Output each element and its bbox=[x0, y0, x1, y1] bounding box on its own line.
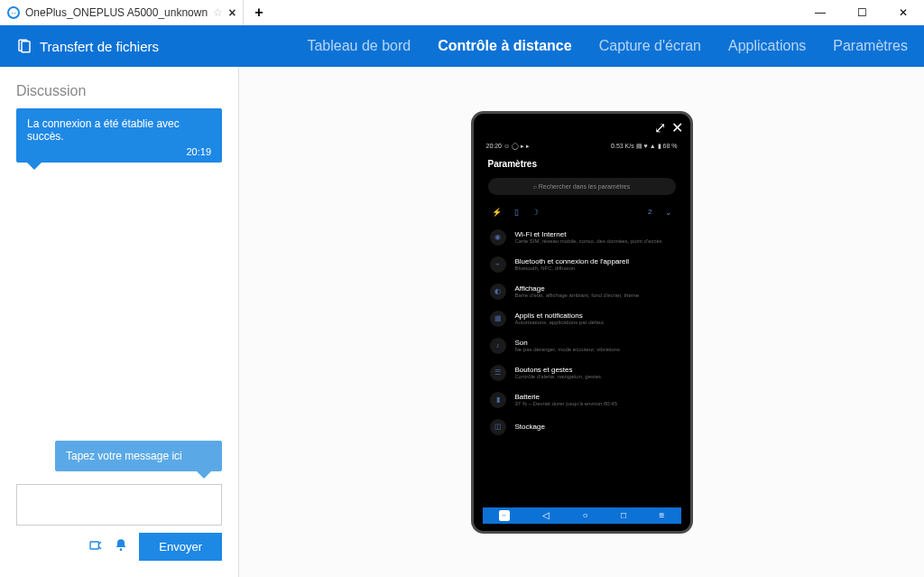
phone-page-title: Paramètres bbox=[483, 152, 681, 178]
tab-dashboard[interactable]: Tableau de bord bbox=[307, 38, 411, 54]
tab-remote-control[interactable]: Contrôle à distance bbox=[438, 38, 571, 54]
tab-settings[interactable]: Paramètres bbox=[833, 38, 908, 54]
setting-wifi[interactable]: ◉Wi-Fi et InternetCarte SIM, réseau mobi… bbox=[483, 224, 681, 251]
teamviewer-icon: ↔ bbox=[7, 6, 20, 19]
setting-buttons[interactable]: ☰Boutons et gestesContrôle d'alerte, nav… bbox=[483, 359, 681, 386]
tab-title: OnePlus_ONEPLUS A5000_unknown bbox=[25, 6, 208, 19]
tab-close-icon[interactable]: × bbox=[228, 5, 236, 20]
nav-tabs: Tableau de bord Contrôle à distance Capt… bbox=[307, 38, 908, 54]
back-icon[interactable]: ◁ bbox=[542, 510, 550, 520]
phone-overlay-controls: ⤢ ✕ bbox=[654, 119, 683, 136]
phone-screen: 20:20 ☺ ◯ ▸ ▸ 0.53 K/s ▤ ♥ ▲ ▮ 68 % Para… bbox=[483, 141, 681, 524]
apps-icon: ▦ bbox=[490, 311, 506, 327]
phone-settings-list: ◉Wi-Fi et InternetCarte SIM, réseau mobi… bbox=[483, 224, 681, 507]
battery-icon: ▮ bbox=[490, 392, 506, 408]
titlebar-left: ↔ OnePlus_ONEPLUS A5000_unknown ☆ × + bbox=[0, 0, 274, 25]
main-area: Discussion La connexion a été établie av… bbox=[0, 67, 924, 577]
setting-apps[interactable]: ▦Applis et notificationsAutorisations, a… bbox=[483, 305, 681, 332]
setting-battery[interactable]: ▮Batterie37 % – Devrait durer jusqu'à en… bbox=[483, 386, 681, 414]
chat-input[interactable] bbox=[16, 484, 222, 526]
svg-rect-1 bbox=[22, 42, 30, 52]
chat-footer: Envoyer bbox=[16, 533, 222, 561]
file-transfer-button[interactable]: Transfert de fichiers bbox=[16, 38, 159, 54]
notification-bell-icon[interactable] bbox=[114, 538, 128, 556]
new-tab-button[interactable]: + bbox=[244, 5, 273, 21]
bluetooth-icon: ⌁ bbox=[490, 256, 506, 273]
quick-icon-3[interactable]: ☽ bbox=[531, 208, 539, 217]
status-right: 0.53 K/s ▤ ♥ ▲ ▮ 68 % bbox=[611, 143, 677, 150]
phone-quick-settings: ⚡ ▯ ☽ 2 ⌄ bbox=[483, 204, 681, 224]
header-bar: Transfert de fichiers Tableau de bord Co… bbox=[0, 25, 924, 67]
setting-bluetooth[interactable]: ⌁Bluetooth et connexion de l'appareilBlu… bbox=[483, 251, 681, 278]
minimize-button[interactable]: — bbox=[799, 0, 841, 25]
setting-display[interactable]: ◐AffichageBarre d'état, affichage ambian… bbox=[483, 278, 681, 305]
chat-title: Discussion bbox=[16, 83, 222, 99]
window-controls: — ☐ ✕ bbox=[799, 0, 924, 25]
close-phone-icon[interactable]: ✕ bbox=[671, 119, 683, 136]
gestures-icon: ☰ bbox=[490, 365, 506, 381]
tab-screenshot[interactable]: Capture d'écran bbox=[599, 38, 701, 54]
browser-tab[interactable]: ↔ OnePlus_ONEPLUS A5000_unknown ☆ × bbox=[0, 0, 244, 25]
teamviewer-nav-icon[interactable]: ↔ bbox=[499, 510, 510, 521]
quick-icon-2[interactable]: ▯ bbox=[514, 208, 519, 217]
quick-icon-1[interactable]: ⚡ bbox=[492, 208, 502, 217]
chat-message-text: La connexion a été établie avec succès. bbox=[27, 117, 211, 143]
file-transfer-label: Transfert de fichiers bbox=[40, 39, 159, 54]
titlebar: ↔ OnePlus_ONEPLUS A5000_unknown ☆ × + — … bbox=[0, 0, 924, 25]
storage-icon: ◫ bbox=[490, 419, 506, 435]
svg-rect-2 bbox=[90, 542, 98, 549]
tab-applications[interactable]: Applications bbox=[728, 38, 806, 54]
send-button[interactable]: Envoyer bbox=[139, 533, 222, 561]
favorite-star-icon[interactable]: ☆ bbox=[213, 6, 223, 19]
chat-hint-bubble: Tapez votre message ici bbox=[55, 441, 222, 471]
phone-search-box[interactable]: ⌕ Rechercher dans les paramètres bbox=[488, 178, 676, 195]
maximize-button[interactable]: ☐ bbox=[841, 0, 882, 25]
status-left: 20:20 ☺ ◯ ▸ ▸ bbox=[486, 143, 530, 150]
sound-icon: ♪ bbox=[490, 338, 506, 354]
display-icon: ◐ bbox=[490, 284, 506, 300]
phone-navbar: ↔ ◁ ○ □ ≡ bbox=[483, 507, 681, 524]
chevron-down-icon[interactable]: ⌄ bbox=[665, 208, 672, 217]
close-window-button[interactable]: ✕ bbox=[882, 0, 924, 25]
file-transfer-icon bbox=[16, 38, 32, 54]
phone-statusbar: 20:20 ☺ ◯ ▸ ▸ 0.53 K/s ▤ ♥ ▲ ▮ 68 % bbox=[483, 141, 681, 152]
quick-count: 2 bbox=[648, 208, 651, 216]
attach-file-icon[interactable] bbox=[88, 538, 103, 556]
svg-point-3 bbox=[120, 548, 123, 551]
chat-sidebar: Discussion La connexion a été établie av… bbox=[0, 67, 239, 577]
content-area: ⤢ ✕ 20:20 ☺ ◯ ▸ ▸ 0.53 K/s ▤ ♥ ▲ ▮ 68 % … bbox=[239, 67, 924, 577]
home-icon[interactable]: ○ bbox=[583, 510, 588, 520]
phone-mirror[interactable]: ⤢ ✕ 20:20 ☺ ◯ ▸ ▸ 0.53 K/s ▤ ♥ ▲ ▮ 68 % … bbox=[471, 111, 693, 534]
chat-message: La connexion a été établie avec succès. … bbox=[16, 108, 222, 163]
menu-nav-icon[interactable]: ≡ bbox=[659, 510, 664, 520]
phone-search-placeholder: Rechercher dans les paramètres bbox=[539, 183, 631, 190]
setting-sound[interactable]: ♪SonNe pas déranger, mode écouteur, vibr… bbox=[483, 332, 681, 359]
chat-message-time: 20:19 bbox=[27, 146, 211, 157]
recent-icon[interactable]: □ bbox=[621, 510, 626, 520]
wifi-icon: ◉ bbox=[490, 229, 506, 246]
setting-storage[interactable]: ◫Stockage bbox=[483, 414, 681, 441]
expand-icon[interactable]: ⤢ bbox=[654, 119, 666, 136]
